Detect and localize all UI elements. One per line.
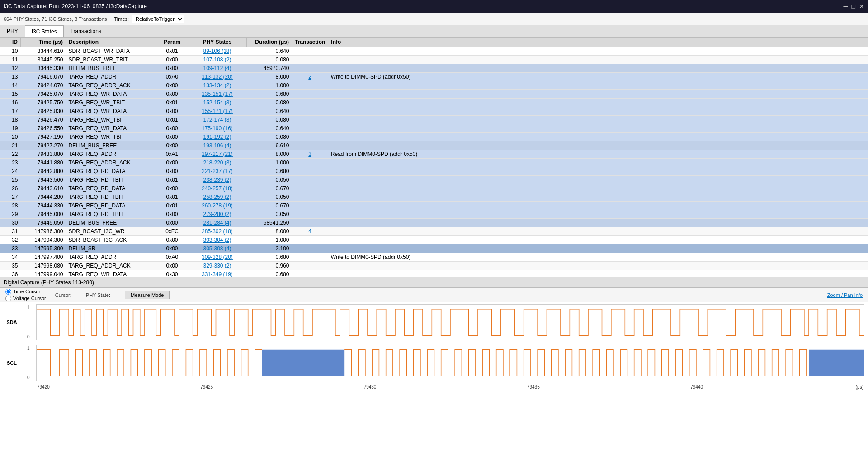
table-row[interactable]: 17 79425.830 TARG_REQ_WR_DATA 0x00 155-1…: [0, 107, 868, 116]
cell-info: [328, 244, 868, 253]
table-row[interactable]: 20 79427.190 TARG_REQ_WR_TBIT 0x00 191-1…: [0, 133, 868, 141]
cell-id: 36: [0, 270, 21, 277]
table-row[interactable]: 34 147997.400 TARG_REQ_ADDR 0xA0 309-328…: [0, 253, 868, 262]
cell-id: 20: [0, 133, 21, 141]
cell-info: [328, 81, 868, 90]
table-row[interactable]: 23 79441.880 TARG_REQ_ADDR_ACK 0x00 218-…: [0, 159, 868, 167]
cell-time: 147997.400: [21, 253, 66, 262]
tab-transactions[interactable]: Transactions: [64, 25, 108, 37]
cell-info: [328, 107, 868, 116]
table-row[interactable]: 21 79427.270 DELIM_BUS_FREE 0x00 193-196…: [0, 141, 868, 150]
cell-trans: [292, 167, 328, 176]
cell-id: 22: [0, 150, 21, 159]
table-row[interactable]: 29 79445.000 TARG_REQ_RD_TBIT 0x00 279-2…: [0, 210, 868, 219]
close-button[interactable]: ✕: [859, 3, 864, 10]
cell-param: 0x00: [156, 262, 188, 270]
scl-y-low: 0: [27, 375, 36, 380]
cell-trans: [292, 253, 328, 262]
cursor-type-group: Time Cursor Voltage Cursor: [5, 289, 46, 301]
cell-time: 79433.880: [21, 150, 66, 159]
cell-dur: 1.000: [247, 236, 292, 244]
toolbar: 664 PHY States, 71 I3C States, 8 Transac…: [0, 13, 868, 25]
maximize-button[interactable]: □: [852, 3, 855, 10]
voltage-cursor-option[interactable]: Voltage Cursor: [5, 296, 46, 301]
cell-time: 147999.040: [21, 270, 66, 277]
cell-phy: 89-106 (18): [188, 47, 247, 56]
cell-phy: 279-280 (2): [188, 210, 247, 219]
cell-trans: 2: [292, 73, 328, 81]
table-row[interactable]: 18 79426.470 TARG_REQ_WR_TBIT 0x01 172-1…: [0, 116, 868, 124]
table-row[interactable]: 25 79443.560 TARG_REQ_RD_TBIT 0x01 238-2…: [0, 176, 868, 184]
cell-desc: TARG_REQ_RD_DATA: [66, 167, 156, 176]
cell-dur: 1.000: [247, 81, 292, 90]
phy-state-info: PHY State:: [86, 292, 116, 298]
table-row[interactable]: 14 79424.070 TARG_REQ_ADDR_ACK 0x00 133-…: [0, 81, 868, 90]
table-row[interactable]: 16 79425.750 TARG_REQ_WR_TBIT 0x01 152-1…: [0, 99, 868, 107]
table-row[interactable]: 27 79444.280 TARG_REQ_RD_TBIT 0x01 258-2…: [0, 193, 868, 202]
table-row[interactable]: 36 147999.040 TARG_REQ_WR_DATA 0x30 331-…: [0, 270, 868, 277]
cell-trans: [292, 159, 328, 167]
table-row[interactable]: 32 147994.300 SDR_BCAST_I3C_ACK 0x00 303…: [0, 236, 868, 244]
cell-param: 0x00: [156, 107, 188, 116]
window-controls[interactable]: ─ □ ✕: [844, 3, 864, 10]
voltage-cursor-label: Voltage Cursor: [13, 296, 46, 301]
svg-rect-3: [809, 350, 864, 376]
table-row[interactable]: 26 79443.610 TARG_REQ_RD_DATA 0x00 240-2…: [0, 184, 868, 193]
tab-i3c-states[interactable]: I3C States: [25, 25, 64, 37]
table-row[interactable]: 28 79444.330 TARG_REQ_RD_DATA 0x01 260-2…: [0, 202, 868, 210]
zoom-pan-link[interactable]: Zoom / Pan Info: [827, 292, 863, 298]
table-row[interactable]: 33 147995.300 DELIM_SR 0x00 305-308 (4) …: [0, 244, 868, 253]
sda-y-low: 0: [27, 334, 36, 339]
cell-dur: 0.080: [247, 116, 292, 124]
time-cursor-radio[interactable]: [5, 289, 11, 295]
cell-desc: TARG_REQ_WR_DATA: [66, 90, 156, 99]
cell-info: [328, 133, 868, 141]
tab-phy[interactable]: PHY: [0, 25, 25, 37]
cell-info: [328, 167, 868, 176]
cell-time: 33445.330: [21, 64, 66, 73]
cell-time: 79445.000: [21, 210, 66, 219]
cell-desc: TARG_REQ_WR_TBIT: [66, 116, 156, 124]
cell-time: 79444.280: [21, 193, 66, 202]
cell-dur: 0.680: [247, 253, 292, 262]
cell-info: [328, 99, 868, 107]
table-row[interactable]: 13 79416.070 TARG_REQ_ADDR 0xA0 113-132 …: [0, 73, 868, 81]
time-cursor-option[interactable]: Time Cursor: [5, 289, 46, 295]
table-row[interactable]: 30 79445.050 DELIM_BUS_FREE 0x00 281-284…: [0, 219, 868, 227]
cell-info: [328, 90, 868, 99]
minimize-button[interactable]: ─: [844, 3, 848, 10]
cell-param: 0x00: [156, 133, 188, 141]
cell-trans: [292, 262, 328, 270]
cell-info: [328, 202, 868, 210]
cell-info: [328, 184, 868, 193]
cell-time: 79443.610: [21, 184, 66, 193]
voltage-cursor-radio[interactable]: [5, 296, 11, 301]
cell-dur: 0.080: [247, 56, 292, 64]
cell-trans: [292, 90, 328, 99]
table-row[interactable]: 24 79442.880 TARG_REQ_RD_DATA 0x00 221-2…: [0, 167, 868, 176]
table-row[interactable]: 22 79433.880 TARG_REQ_ADDR 0xA1 197-217 …: [0, 150, 868, 159]
table-row[interactable]: 31 147986.300 SDR_BCAST_I3C_WR 0xFC 285-…: [0, 227, 868, 236]
cell-info: [328, 176, 868, 184]
cell-phy: 152-154 (3): [188, 99, 247, 107]
cell-param: 0x00: [156, 141, 188, 150]
sda-waveform-row: SDA 1 0: [0, 304, 864, 340]
table-row[interactable]: 35 147998.080 TARG_REQ_ADDR_ACK 0x00 329…: [0, 262, 868, 270]
cell-id: 25: [0, 176, 21, 184]
table-row[interactable]: 19 79426.550 TARG_REQ_WR_DATA 0x00 175-1…: [0, 124, 868, 133]
cell-param: 0x00: [156, 159, 188, 167]
table-row[interactable]: 15 79425.070 TARG_REQ_WR_DATA 0x00 135-1…: [0, 90, 868, 99]
measure-mode-button[interactable]: Measure Mode: [125, 291, 170, 299]
cell-info: [328, 270, 868, 277]
table-row[interactable]: 11 33445.250 SDR_BCAST_WR_TBIT 0x00 107-…: [0, 56, 868, 64]
scl-label: SCL: [0, 360, 27, 366]
scl-waveform-row: SCL 1 0: [0, 345, 864, 381]
table-row[interactable]: 10 33444.610 SDR_BCAST_WR_DATA 0x01 89-1…: [0, 47, 868, 56]
scl-y-axis: 1 0: [27, 345, 36, 381]
times-select[interactable]: RelativeToTrigger Absolute Delta: [132, 15, 184, 23]
cell-phy: 175-190 (16): [188, 124, 247, 133]
table-row[interactable]: 12 33445.330 DELIM_BUS_FREE 0x00 109-112…: [0, 64, 868, 73]
cell-info: [328, 159, 868, 167]
cell-desc: DELIM_SR: [66, 244, 156, 253]
cell-phy: 155-171 (17): [188, 107, 247, 116]
